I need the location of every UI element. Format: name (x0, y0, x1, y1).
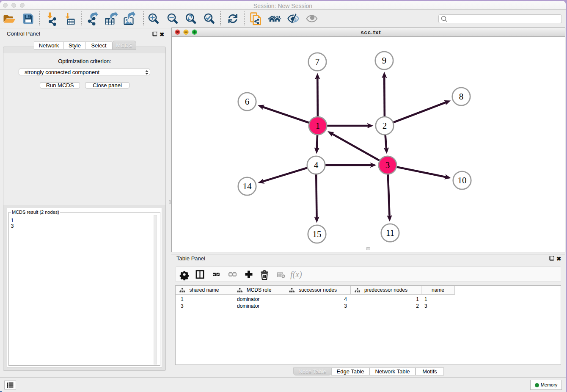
svg-text:f(x): f(x) (290, 270, 302, 279)
svg-text:✖: ✖ (160, 31, 164, 37)
svg-text:2: 2 (383, 121, 387, 131)
svg-text:10: 10 (458, 175, 467, 185)
svg-text:3: 3 (385, 160, 390, 170)
svg-text:14: 14 (243, 181, 252, 191)
svg-text:4: 4 (314, 160, 319, 170)
svg-text:15: 15 (313, 229, 322, 239)
svg-text:7: 7 (315, 57, 320, 67)
svg-text:9: 9 (382, 55, 387, 66)
svg-text:11: 11 (386, 228, 394, 238)
svg-text:8: 8 (459, 91, 464, 102)
svg-text:✖: ✖ (556, 256, 561, 262)
svg-text:1: 1 (316, 121, 320, 131)
svg-text:6: 6 (245, 97, 250, 107)
